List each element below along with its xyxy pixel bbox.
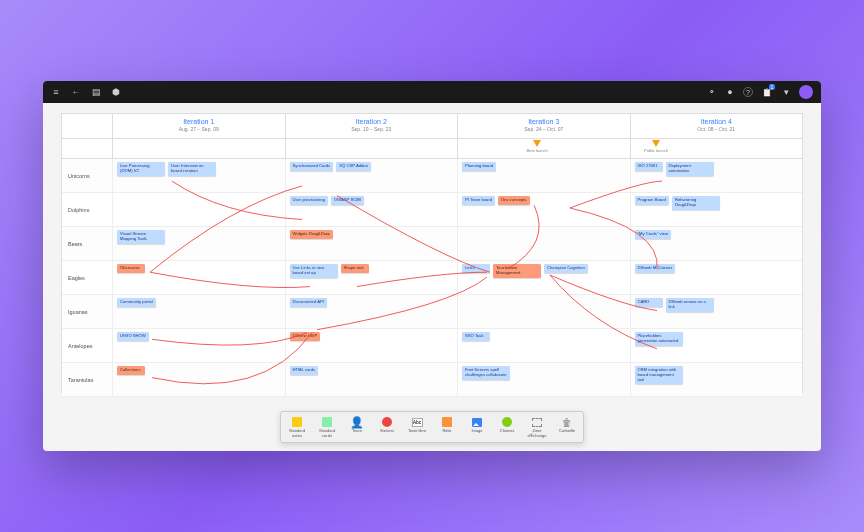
iteration-cell[interactable]: Program BoardRefactoring Drag&Drop <box>630 193 803 226</box>
iteration-cell[interactable]: "My Cards" view <box>630 227 803 260</box>
iteration-cell[interactable]: LinksTouchdown ManagementChampion Cognit… <box>457 261 630 294</box>
iteration-cell[interactable] <box>457 227 630 260</box>
iteration-cell[interactable]: Use Links in new board set upShape tool <box>285 261 458 294</box>
feature-card[interactable]: Live Processing (DOM) V2 <box>117 162 165 176</box>
iteration-dates: Aug. 27 – Sep. 09 <box>115 126 283 132</box>
iteration-cell[interactable]: CARDD3/web arrows on a link <box>630 295 803 328</box>
iteration-header[interactable]: Iteration 3 Sep. 24 – Oct. 07 <box>457 114 630 138</box>
feature-card[interactable]: Planning board <box>462 162 496 171</box>
feature-card[interactable]: OWASP SCIM <box>331 196 364 205</box>
iteration-cell[interactable]: Obsessive <box>112 261 285 294</box>
feature-card[interactable]: Deployment automation <box>666 162 714 176</box>
feature-card[interactable]: Refactoring Drag&Drop <box>672 196 720 210</box>
tool-zone-d-change[interactable]: Zone d'Échange <box>523 414 551 440</box>
feature-card[interactable]: Use Links in new board set up <box>290 264 338 278</box>
feature-card[interactable]: Synchronized Cards <box>290 162 334 171</box>
feature-card[interactable]: Shape tool <box>341 264 369 273</box>
menu-icon[interactable]: ≡ <box>51 87 61 97</box>
iteration-header[interactable]: Iteration 1 Aug. 27 – Sep. 09 <box>112 114 285 138</box>
tool-label: Corbeille <box>559 429 575 433</box>
iteration-cell[interactable] <box>112 193 285 226</box>
iteration-cell[interactable]: User provisioningOWASP SCIM <box>285 193 458 226</box>
app-logo-icon: ⬢ <box>111 87 121 97</box>
iteration-cell[interactable]: PI Team boardDev concepts <box>457 193 630 226</box>
iteration-header[interactable]: Iteration 4 Oct. 08 – Oct. 21 <box>630 114 803 138</box>
clipboard-icon[interactable]: 📋 <box>761 86 773 98</box>
bottom-toolbar: Standard notesStandard cards👤TeamSticker… <box>280 411 584 443</box>
tool-relie[interactable]: Relie <box>433 414 461 440</box>
feature-card[interactable]: Widgets Drag&Drop <box>290 230 333 239</box>
iteration-cell[interactable]: SSO Task <box>457 329 630 362</box>
tool-standard-notes[interactable]: Standard notes <box>283 414 311 440</box>
feature-card[interactable]: D3/new UI/IP <box>290 332 321 341</box>
iteration-cell[interactable]: CRM integration with board management to… <box>630 363 803 396</box>
feature-card[interactable]: User provisioning <box>290 196 328 205</box>
feature-card[interactable]: Program Board <box>635 196 669 205</box>
tool-standard-cards[interactable]: Standard cards <box>313 414 341 440</box>
feature-card[interactable]: Links <box>462 264 490 273</box>
feature-card[interactable]: Visual Stream Mapping Tools <box>117 230 165 244</box>
feature-card[interactable]: CRM integration with board management to… <box>635 366 683 384</box>
program-board[interactable]: Iteration 1 Aug. 27 – Sep. 09 Iteration … <box>61 113 803 393</box>
milestone-marker[interactable]: Public launch <box>644 140 668 153</box>
feature-card[interactable]: ISO 27001 <box>635 162 663 171</box>
iteration-cell[interactable]: LEGO SHOW <box>112 329 285 362</box>
iteration-dates: Sep. 24 – Oct. 07 <box>460 126 628 132</box>
tool-texte-libre[interactable]: AbcTexte libre <box>403 414 431 440</box>
iteration-cell[interactable]: Widgets Drag&Drop <box>285 227 458 260</box>
feature-card[interactable]: SQ CSP Addon <box>336 162 371 171</box>
share-icon[interactable]: ⚬ <box>707 87 717 97</box>
help-icon[interactable]: ? <box>743 87 753 97</box>
iteration-cell[interactable]: D3/new UI/IP <box>285 329 458 362</box>
tool-corbeille[interactable]: 🗑Corbeille <box>553 414 581 440</box>
feature-card[interactable]: Champion Cognition <box>544 264 588 273</box>
feature-card[interactable]: PI Team board <box>462 196 495 205</box>
milestone-triangle-icon <box>652 140 660 147</box>
tool-image[interactable]: Image <box>463 414 491 440</box>
feature-card[interactable]: User Interview on board creation <box>168 162 216 176</box>
feature-card[interactable]: HTML cards <box>290 366 319 375</box>
milestone-triangle-icon <box>533 140 541 147</box>
feature-card[interactable]: Collections <box>117 366 145 375</box>
feature-card[interactable]: Font Kerners spell challenges collaborat… <box>462 366 510 380</box>
feature-card[interactable]: Documented API <box>290 298 327 307</box>
milestone-marker[interactable]: Beta launch <box>527 140 548 153</box>
feature-card[interactable]: SSO Task <box>462 332 490 341</box>
iteration-cell[interactable]: Font Kerners spell challenges collaborat… <box>457 363 630 396</box>
tool-stickers[interactable]: Stickers <box>373 414 401 440</box>
back-icon[interactable]: ← <box>71 87 81 97</box>
feature-card[interactable]: "My Cards" view <box>635 230 671 239</box>
iteration-cell[interactable]: ISO 27001Deployment automation <box>630 159 803 192</box>
tool-choices[interactable]: Choices <box>493 414 521 440</box>
iteration-header[interactable]: Iteration 2 Sep. 10 – Sep. 23 <box>285 114 458 138</box>
iteration-cell[interactable] <box>457 295 630 328</box>
feature-card[interactable]: CARD <box>635 298 663 307</box>
iteration-cell[interactable]: HTML cards <box>285 363 458 396</box>
feature-card[interactable]: LEGO SHOW <box>117 332 149 341</box>
feature-card[interactable]: Dev concepts <box>498 196 529 205</box>
feature-card[interactable]: Touchdown Management <box>493 264 541 278</box>
team-row: TarantulasCollectionsHTML cardsFont Kern… <box>62 363 802 397</box>
chevron-down-icon[interactable]: ▾ <box>781 87 791 97</box>
boards-icon[interactable]: ▤ <box>91 87 101 97</box>
iteration-cell[interactable]: Live Processing (DOM) V2User Interview o… <box>112 159 285 192</box>
feature-card[interactable]: Placeholders generation automated <box>635 332 683 346</box>
feature-card[interactable]: D3/web arrows on a link <box>666 298 714 312</box>
feature-card[interactable]: Obsessive <box>117 264 145 273</box>
iteration-cell[interactable]: D3/web M Citizens <box>630 261 803 294</box>
notification-dot-icon[interactable]: ● <box>725 87 735 97</box>
feature-card[interactable]: D3/web M Citizens <box>635 264 676 273</box>
feature-card[interactable]: Community portal <box>117 298 156 307</box>
tool-team[interactable]: 👤Team <box>343 414 371 440</box>
iteration-cell[interactable]: Collections <box>112 363 285 396</box>
square-icon <box>291 416 303 428</box>
iteration-cell[interactable]: Community portal <box>112 295 285 328</box>
avatar[interactable] <box>799 85 813 99</box>
iteration-cell[interactable]: Placeholders generation automated <box>630 329 803 362</box>
iteration-cell[interactable]: Synchronized CardsSQ CSP Addon <box>285 159 458 192</box>
iteration-cell[interactable]: Visual Stream Mapping Tools <box>112 227 285 260</box>
person-icon: 👤 <box>351 416 363 428</box>
iteration-cell[interactable]: Planning board <box>457 159 630 192</box>
iteration-cell[interactable]: Documented API <box>285 295 458 328</box>
image-icon <box>471 416 483 428</box>
